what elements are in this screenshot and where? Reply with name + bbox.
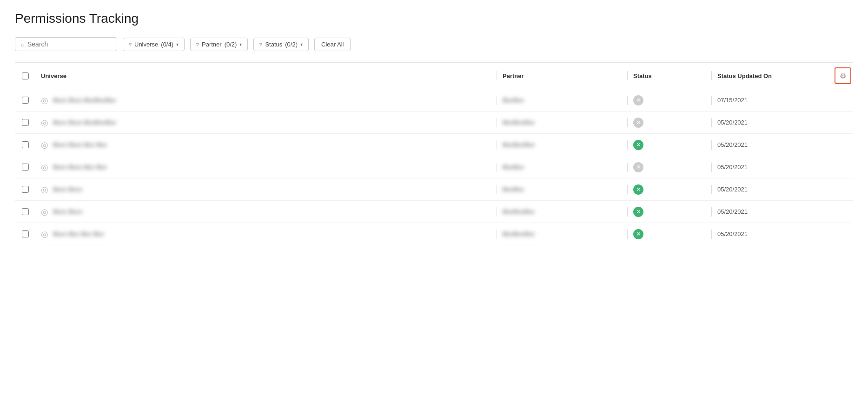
table-row: ◎ Blurs Blurs BlurBlurBlur BlurBlur ✕ 07… [15, 89, 853, 112]
search-input[interactable] [27, 40, 111, 48]
universe-name-2: Blurs Blurs BlurBlurBlur [53, 119, 116, 126]
col-header-status: Status [628, 72, 711, 79]
table-row: ◎ Blurs Blurs BlurBlur ✕ 05/20/2021 [15, 178, 853, 201]
table-row: ◎ Blurs Blurs Blur Blur BlurBlur ✕ 05/20… [15, 156, 853, 178]
cell-partner-2: BlurBlurBlur [497, 119, 627, 126]
partner-filter-label: Partner [202, 41, 222, 48]
cell-partner-7: BlurBlurBlur [497, 230, 627, 237]
table-row: ◎ Blurs Blurs Blur Blur BlurBlurBlur ✕ 0… [15, 134, 853, 156]
cell-status-1: ✕ [628, 95, 711, 105]
row-checkbox-7[interactable] [22, 230, 29, 237]
select-all-checkbox-cell[interactable] [15, 72, 35, 79]
universe-target-icon-5: ◎ [41, 184, 48, 195]
page-container: Permissions Tracking ⌕ ▿ Universe (0/4) … [0, 0, 868, 256]
row-checkbox-cell-3[interactable] [15, 141, 35, 148]
row-checkbox-cell-5[interactable] [15, 186, 35, 193]
status-icon-2: ✕ [633, 118, 643, 128]
filter-icon-status: ▿ [259, 41, 262, 47]
cell-status-2: ✕ [628, 118, 711, 128]
cell-partner-6: BlurBlurBlur [497, 208, 627, 215]
clear-all-button[interactable]: Clear All [314, 38, 351, 51]
cell-partner-4: BlurBlur [497, 164, 627, 171]
universe-target-icon-2: ◎ [41, 118, 48, 128]
search-box[interactable]: ⌕ [15, 37, 117, 51]
filter-icon-universe: ▿ [129, 41, 132, 47]
universe-target-icon-4: ◎ [41, 162, 48, 172]
universe-name-7: Blurs Blur Blur Blur [53, 230, 104, 237]
cell-universe-4: ◎ Blurs Blurs Blur Blur [35, 162, 497, 172]
cell-partner-5: BlurBlur [497, 186, 627, 193]
row-checkbox-cell-2[interactable] [15, 119, 35, 126]
universe-target-icon-1: ◎ [41, 95, 48, 105]
status-icon-1: ✕ [633, 95, 643, 105]
filter-icon-partner: ▿ [196, 41, 199, 47]
col-header-partner: Partner [497, 72, 627, 79]
permissions-table: Universe Partner Status Status Updated O… [15, 62, 853, 245]
status-icon-7: ✕ [633, 229, 643, 239]
partner-name-1: BlurBlur [503, 97, 524, 104]
cell-date-2: 05/20/2021 [712, 119, 833, 126]
universe-name-5: Blurs Blurs [53, 186, 82, 193]
status-filter-count: (0/2) [285, 41, 298, 48]
cell-universe-2: ◎ Blurs Blurs BlurBlurBlur [35, 118, 497, 128]
row-checkbox-2[interactable] [22, 119, 29, 126]
partner-name-7: BlurBlurBlur [503, 230, 535, 237]
search-icon: ⌕ [21, 41, 25, 48]
row-checkbox-6[interactable] [22, 208, 29, 215]
cell-partner-3: BlurBlurBlur [497, 141, 627, 148]
cell-status-5: ✕ [628, 184, 711, 195]
cell-status-4: ✕ [628, 162, 711, 172]
cell-universe-3: ◎ Blurs Blurs Blur Blur [35, 140, 497, 150]
col-header-universe: Universe [35, 72, 497, 79]
universe-target-icon-3: ◎ [41, 140, 48, 150]
row-checkbox-5[interactable] [22, 186, 29, 193]
page-title: Permissions Tracking [15, 11, 853, 26]
status-icon-3: ✕ [633, 140, 643, 150]
status-filter-label: Status [265, 41, 282, 48]
cell-date-7: 05/20/2021 [712, 230, 833, 237]
table-row: ◎ Blurs Blur Blur Blur BlurBlurBlur ✕ 05… [15, 223, 853, 245]
row-checkbox-cell-1[interactable] [15, 97, 35, 104]
row-checkbox-3[interactable] [22, 141, 29, 148]
partner-filter-count: (0/2) [225, 41, 237, 48]
cell-date-6: 05/20/2021 [712, 208, 833, 215]
cell-universe-7: ◎ Blurs Blur Blur Blur [35, 229, 497, 239]
row-checkbox-1[interactable] [22, 97, 29, 104]
settings-button-cell[interactable]: ⚙ [833, 67, 853, 84]
universe-filter-label: Universe [134, 41, 158, 48]
status-icon-4: ✕ [633, 162, 643, 172]
partner-name-4: BlurBlur [503, 164, 524, 171]
partner-filter-button[interactable]: ▿ Partner (0/2) ▾ [190, 38, 248, 51]
cell-status-3: ✕ [628, 140, 711, 150]
universe-name-4: Blurs Blurs Blur Blur [53, 164, 107, 171]
cell-partner-1: BlurBlur [497, 97, 627, 104]
status-filter-button[interactable]: ▿ Status (0/2) ▾ [253, 38, 309, 51]
gear-icon: ⚙ [840, 72, 846, 80]
cell-universe-6: ◎ Blurs Blurs [35, 207, 497, 217]
table-header-row: Universe Partner Status Status Updated O… [15, 63, 853, 89]
cell-date-1: 07/15/2021 [712, 97, 833, 104]
row-checkbox-cell-7[interactable] [15, 230, 35, 237]
universe-target-icon-7: ◎ [41, 229, 48, 239]
cell-status-7: ✕ [628, 229, 711, 239]
table-row: ◎ Blurs Blurs BlurBlurBlur BlurBlurBlur … [15, 112, 853, 134]
partner-name-2: BlurBlurBlur [503, 119, 535, 126]
cell-universe-5: ◎ Blurs Blurs [35, 184, 497, 195]
cell-universe-1: ◎ Blurs Blurs BlurBlurBlur [35, 95, 497, 105]
select-all-checkbox[interactable] [22, 72, 29, 79]
settings-button[interactable]: ⚙ [835, 67, 851, 84]
partner-name-3: BlurBlurBlur [503, 141, 535, 148]
universe-name-6: Blurs Blurs [53, 208, 82, 215]
row-checkbox-4[interactable] [22, 164, 29, 171]
universe-name-1: Blurs Blurs BlurBlurBlur [53, 97, 116, 104]
row-checkbox-cell-4[interactable] [15, 164, 35, 171]
status-icon-6: ✕ [633, 207, 643, 217]
universe-name-3: Blurs Blurs Blur Blur [53, 141, 107, 148]
row-checkbox-cell-6[interactable] [15, 208, 35, 215]
universe-filter-button[interactable]: ▿ Universe (0/4) ▾ [123, 38, 185, 51]
universe-filter-count: (0/4) [161, 41, 173, 48]
partner-name-6: BlurBlurBlur [503, 208, 535, 215]
cell-status-6: ✕ [628, 207, 711, 217]
cell-date-3: 05/20/2021 [712, 141, 833, 148]
status-caret-icon: ▾ [300, 42, 303, 47]
